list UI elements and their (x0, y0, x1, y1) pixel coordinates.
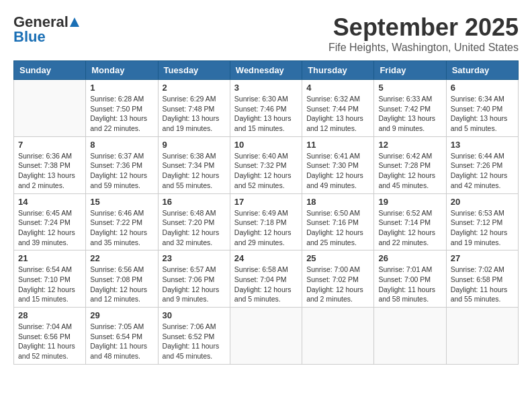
day-info: Sunrise: 7:02 AM Sunset: 6:58 PM Dayligh… (451, 265, 514, 304)
day-number: 19 (378, 197, 441, 207)
day-number: 2 (163, 83, 226, 93)
day-info: Sunrise: 6:36 AM Sunset: 7:38 PM Dayligh… (18, 151, 81, 191)
day-info: Sunrise: 7:04 AM Sunset: 6:56 PM Dayligh… (18, 322, 81, 361)
calendar-cell: 13 Sunrise: 6:44 AM Sunset: 7:26 PM Dayl… (446, 136, 518, 193)
calendar-cell: 7 Sunrise: 6:36 AM Sunset: 7:38 PM Dayli… (14, 136, 86, 193)
daylight-text: Daylight: 12 hours and 25 minutes. (306, 228, 363, 246)
calendar-cell: 8 Sunrise: 6:37 AM Sunset: 7:36 PM Dayli… (86, 136, 158, 193)
sunset-text: Sunset: 7:46 PM (234, 105, 287, 113)
calendar-cell: 30 Sunrise: 7:06 AM Sunset: 6:52 PM Dayl… (158, 308, 230, 365)
sunset-text: Sunset: 7:44 PM (306, 105, 359, 113)
day-number: 3 (234, 83, 298, 93)
sunset-text: Sunset: 7:24 PM (18, 218, 71, 226)
sunset-text: Sunset: 7:48 PM (163, 105, 215, 113)
calendar-cell: 24 Sunrise: 6:58 AM Sunset: 7:04 PM Dayl… (230, 250, 302, 308)
sunset-text: Sunset: 7:10 PM (18, 275, 71, 283)
title-area: September 2025 Fife Heights, Washington,… (328, 13, 519, 54)
day-number: 4 (306, 83, 369, 93)
sunrise-text: Sunrise: 6:30 AM (234, 95, 288, 103)
day-info: Sunrise: 6:50 AM Sunset: 7:16 PM Dayligh… (306, 208, 369, 248)
day-info: Sunrise: 6:29 AM Sunset: 7:48 PM Dayligh… (163, 94, 226, 134)
sunrise-text: Sunrise: 6:54 AM (18, 265, 72, 273)
sunrise-text: Sunrise: 6:46 AM (90, 209, 144, 217)
sunrise-text: Sunrise: 6:41 AM (306, 152, 360, 160)
daylight-text: Daylight: 12 hours and 15 minutes. (18, 285, 75, 304)
calendar-cell: 2 Sunrise: 6:29 AM Sunset: 7:48 PM Dayli… (158, 80, 230, 137)
daylight-text: Daylight: 12 hours and 35 minutes. (90, 228, 147, 246)
sunset-text: Sunset: 7:06 PM (163, 275, 215, 283)
day-number: 11 (306, 140, 369, 150)
calendar-day-header: Thursday (302, 61, 374, 80)
calendar-cell: 21 Sunrise: 6:54 AM Sunset: 7:10 PM Dayl… (14, 250, 86, 308)
day-number: 8 (90, 140, 153, 150)
calendar-cell (230, 308, 302, 365)
day-info: Sunrise: 6:40 AM Sunset: 7:32 PM Dayligh… (234, 151, 298, 191)
sunset-text: Sunset: 7:22 PM (90, 218, 142, 226)
calendar-cell: 19 Sunrise: 6:52 AM Sunset: 7:14 PM Dayl… (374, 193, 446, 250)
daylight-text: Daylight: 13 hours and 15 minutes. (234, 114, 292, 132)
day-number: 23 (163, 253, 226, 263)
sunset-text: Sunset: 7:18 PM (234, 218, 287, 226)
calendar-cell: 17 Sunrise: 6:49 AM Sunset: 7:18 PM Dayl… (230, 193, 302, 250)
sunrise-text: Sunrise: 6:36 AM (18, 152, 72, 160)
day-number: 17 (234, 197, 298, 207)
calendar-cell: 26 Sunrise: 7:01 AM Sunset: 7:00 PM Dayl… (374, 250, 446, 308)
day-number: 21 (18, 253, 81, 263)
sunrise-text: Sunrise: 6:50 AM (306, 209, 360, 217)
sunrise-text: Sunrise: 6:44 AM (451, 152, 504, 160)
day-number: 24 (234, 253, 298, 263)
calendar-cell (374, 308, 446, 365)
logo-triangle-icon (70, 17, 79, 27)
sunset-text: Sunset: 6:58 PM (451, 275, 503, 283)
calendar-cell: 3 Sunrise: 6:30 AM Sunset: 7:46 PM Dayli… (230, 80, 302, 137)
day-info: Sunrise: 6:56 AM Sunset: 7:08 PM Dayligh… (90, 265, 153, 304)
day-info: Sunrise: 6:37 AM Sunset: 7:36 PM Dayligh… (90, 151, 153, 191)
day-info: Sunrise: 7:00 AM Sunset: 7:02 PM Dayligh… (306, 265, 369, 304)
calendar-cell: 12 Sunrise: 6:42 AM Sunset: 7:28 PM Dayl… (374, 136, 446, 193)
sunrise-text: Sunrise: 7:06 AM (163, 322, 216, 330)
daylight-text: Daylight: 12 hours and 32 minutes. (163, 228, 220, 246)
day-info: Sunrise: 7:06 AM Sunset: 6:52 PM Dayligh… (163, 322, 226, 361)
sunset-text: Sunset: 7:42 PM (378, 105, 431, 113)
calendar-cell: 23 Sunrise: 6:57 AM Sunset: 7:06 PM Dayl… (158, 250, 230, 308)
calendar-cell: 18 Sunrise: 6:50 AM Sunset: 7:16 PM Dayl… (302, 193, 374, 250)
sunrise-text: Sunrise: 6:49 AM (234, 209, 288, 217)
day-number: 29 (90, 310, 153, 320)
day-info: Sunrise: 6:54 AM Sunset: 7:10 PM Dayligh… (18, 265, 81, 304)
calendar-cell: 16 Sunrise: 6:48 AM Sunset: 7:20 PM Dayl… (158, 193, 230, 250)
calendar-cell: 20 Sunrise: 6:53 AM Sunset: 7:12 PM Dayl… (446, 193, 518, 250)
calendar-cell (14, 80, 86, 137)
day-info: Sunrise: 7:05 AM Sunset: 6:54 PM Dayligh… (90, 322, 153, 361)
calendar-cell (302, 308, 374, 365)
sunrise-text: Sunrise: 6:48 AM (163, 209, 216, 217)
day-info: Sunrise: 6:48 AM Sunset: 7:20 PM Dayligh… (163, 208, 226, 248)
day-info: Sunrise: 6:58 AM Sunset: 7:04 PM Dayligh… (234, 265, 298, 304)
sunrise-text: Sunrise: 6:38 AM (163, 152, 216, 160)
day-number: 30 (163, 310, 226, 320)
sunrise-text: Sunrise: 7:02 AM (451, 265, 504, 273)
daylight-text: Daylight: 13 hours and 19 minutes. (163, 114, 220, 132)
sunrise-text: Sunrise: 7:00 AM (306, 265, 360, 273)
calendar-cell: 1 Sunrise: 6:28 AM Sunset: 7:50 PM Dayli… (86, 80, 158, 137)
day-number: 12 (378, 140, 441, 150)
daylight-text: Daylight: 12 hours and 22 minutes. (378, 228, 435, 246)
daylight-text: Daylight: 12 hours and 45 minutes. (378, 171, 435, 189)
day-number: 25 (306, 253, 369, 263)
day-number: 20 (451, 197, 514, 207)
sunset-text: Sunset: 6:52 PM (163, 332, 215, 340)
day-number: 6 (451, 83, 514, 93)
day-info: Sunrise: 6:52 AM Sunset: 7:14 PM Dayligh… (378, 208, 441, 248)
daylight-text: Daylight: 11 hours and 52 minutes. (18, 342, 75, 360)
daylight-text: Daylight: 13 hours and 22 minutes. (90, 114, 147, 132)
day-info: Sunrise: 6:46 AM Sunset: 7:22 PM Dayligh… (90, 208, 153, 248)
sunset-text: Sunset: 7:34 PM (163, 161, 215, 169)
sunrise-text: Sunrise: 6:53 AM (451, 209, 504, 217)
day-info: Sunrise: 6:53 AM Sunset: 7:12 PM Dayligh… (451, 208, 514, 248)
day-info: Sunrise: 6:41 AM Sunset: 7:30 PM Dayligh… (306, 151, 369, 191)
sunrise-text: Sunrise: 6:37 AM (90, 152, 144, 160)
daylight-text: Daylight: 11 hours and 48 minutes. (90, 342, 147, 360)
sunset-text: Sunset: 7:32 PM (234, 161, 287, 169)
day-number: 14 (18, 197, 81, 207)
calendar-cell: 29 Sunrise: 7:05 AM Sunset: 6:54 PM Dayl… (86, 308, 158, 365)
calendar-header-row: SundayMondayTuesdayWednesdayThursdayFrid… (14, 61, 519, 80)
